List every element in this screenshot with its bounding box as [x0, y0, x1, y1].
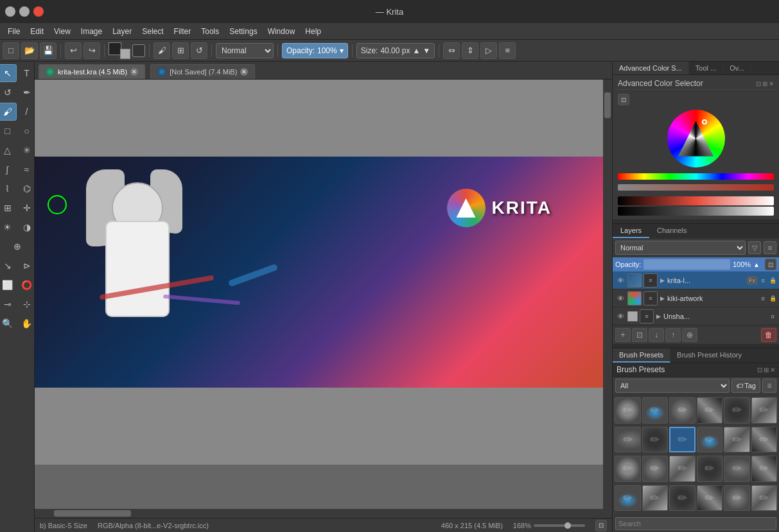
layer-vis-0[interactable]: 👁 — [615, 275, 626, 286]
mirror-h-btn[interactable]: ⇔ — [443, 42, 460, 59]
size-down-icon[interactable]: ▼ — [423, 46, 430, 55]
zoom-tool-btn[interactable]: 🔍 — [0, 314, 17, 332]
color-panel-config-icon[interactable]: ⊡ — [756, 80, 761, 87]
canvas-vscrollbar[interactable] — [603, 80, 612, 518]
brush-preset-bp12[interactable]: ✏ — [751, 427, 778, 453]
menu-select[interactable]: Select — [137, 26, 168, 37]
zoom-value[interactable]: 168% — [513, 522, 531, 529]
move-tool-btn[interactable]: ✛ — [18, 199, 35, 217]
vscroll-thumb[interactable] — [604, 92, 611, 118]
size-up-icon[interactable]: ▲ — [412, 46, 420, 55]
background-color[interactable] — [120, 49, 130, 59]
layer-collapse-2[interactable]: ▶ — [656, 313, 661, 320]
select-arrow-btn[interactable]: ↘ — [0, 257, 17, 275]
color-select-btn[interactable]: ⊸ — [0, 295, 17, 313]
brush-search-input[interactable] — [615, 517, 776, 530]
line-tool-btn[interactable]: / — [18, 103, 35, 121]
brush-tag-btn[interactable]: 🏷 Tag — [731, 379, 760, 393]
tab-overview[interactable]: Ov... — [723, 62, 751, 74]
brush-panel-float-icon[interactable]: ⊞ — [764, 366, 769, 373]
layer-opacity-arrow[interactable]: ▲ — [753, 261, 760, 268]
color-triangle[interactable] — [678, 121, 713, 157]
rect-select-btn[interactable]: ⬜ — [0, 276, 17, 294]
layer-opacity-value[interactable]: 100% — [733, 261, 751, 268]
smart-patch-btn[interactable]: ⌬ — [18, 180, 35, 198]
save-button[interactable]: 💾 — [40, 42, 57, 59]
foreground-square-btn[interactable] — [132, 44, 145, 57]
magnetic-select-btn[interactable]: ⊹ — [18, 295, 35, 313]
color-swatches[interactable] — [109, 42, 130, 59]
menu-image[interactable]: Image — [76, 26, 107, 37]
color-panel-float-icon[interactable]: ⊞ — [762, 80, 767, 87]
ellipse-tool-btn[interactable]: ○ — [18, 122, 35, 140]
color-panel-close-icon[interactable]: ✕ — [769, 80, 774, 87]
brush-view-btn[interactable]: ≡ — [762, 379, 776, 393]
opacity-dropdown-icon[interactable]: ▾ — [340, 46, 344, 55]
zoom-slider[interactable] — [534, 524, 585, 527]
brush-preset-bp10[interactable]: ✏ — [697, 427, 723, 453]
brush-preset-bp20[interactable]: ✏ — [642, 485, 669, 511]
tab-close-2[interactable]: ✕ — [240, 68, 248, 76]
brush-preset-bp18[interactable]: ✏ — [751, 456, 778, 482]
lightness-bar[interactable] — [618, 207, 774, 216]
brush-preset-bp8[interactable]: ✏ — [642, 427, 669, 453]
brush-preset-bp2[interactable]: ✏ — [642, 397, 669, 424]
close-button[interactable] — [33, 6, 44, 17]
open-button[interactable]: 📂 — [21, 42, 38, 59]
crop-tool-btn[interactable]: ⊞ — [0, 199, 17, 217]
brush-panel-config-icon[interactable]: ⊡ — [757, 366, 762, 373]
layer-alpha-1[interactable]: α — [759, 295, 767, 302]
brush-preset-bp9[interactable]: ✏ — [669, 427, 696, 453]
brush-preset-bp1[interactable]: ✏ — [615, 397, 641, 424]
ellipse-select-btn[interactable]: ⭕ — [18, 276, 35, 294]
blend-mode-select[interactable]: Normal — [216, 43, 274, 58]
brush-preset-bp14[interactable]: ✏ — [642, 456, 669, 482]
brush-preset-bp5[interactable]: ✏ — [724, 397, 750, 424]
menu-settings[interactable]: Settings — [224, 26, 262, 37]
extra-btn[interactable]: ≡ — [499, 42, 516, 59]
brush-preset-bp19[interactable]: ✏ — [615, 485, 641, 511]
layer-blend-select[interactable]: Normal — [615, 241, 746, 255]
layer-row-0[interactable]: 👁 ≡ ▶ krita-l... Fx α 🔒 — [613, 271, 779, 289]
layer-vis-1[interactable]: 👁 — [615, 293, 626, 304]
menu-edit[interactable]: Edit — [25, 26, 49, 37]
fill-btn[interactable]: ⊞ — [172, 42, 189, 59]
brush-preset-bp21[interactable]: ✏ — [669, 485, 696, 511]
layer-collapse-0[interactable]: ▶ — [660, 277, 665, 284]
brush-preset-bp24[interactable]: ✏ — [751, 485, 778, 511]
layer-lock-0[interactable]: 🔒 — [769, 277, 776, 284]
layer-move-up-btn[interactable]: ↑ — [665, 328, 681, 342]
redo-button[interactable]: ↪ — [83, 42, 100, 59]
menu-tools[interactable]: Tools — [196, 26, 224, 37]
undo-button[interactable]: ↩ — [65, 42, 82, 59]
size-value[interactable]: 40.00 px — [380, 46, 410, 55]
brush-preset-bp16[interactable]: ✏ — [697, 456, 723, 482]
brush-preset-bp6[interactable]: ✏ — [751, 397, 778, 424]
layer-move-down-btn[interactable]: ↓ — [649, 328, 664, 342]
layer-collapse-1[interactable]: ▶ — [660, 295, 665, 302]
foreground-color[interactable] — [109, 42, 121, 55]
layer-merge-btn[interactable]: ⊕ — [682, 328, 697, 342]
tab-tool[interactable]: Tool ... — [689, 62, 723, 74]
menu-file[interactable]: File — [3, 26, 25, 37]
dynamic-brush-btn[interactable]: ≈ — [18, 160, 35, 178]
sat-slider[interactable] — [618, 184, 774, 191]
brush-preset-bp22[interactable]: ✏ — [697, 485, 723, 511]
gamut-mask-btn[interactable]: ⊡ — [618, 94, 629, 105]
canvas-hscrollbar[interactable] — [35, 509, 603, 518]
text-tool-btn[interactable]: T — [18, 64, 35, 82]
add-layer-btn[interactable]: + — [615, 328, 631, 342]
brush-tool-btn[interactable]: 🖌 — [153, 42, 170, 59]
delete-layer-btn[interactable]: 🗑 — [761, 328, 776, 342]
layer-alpha-2[interactable]: α — [769, 313, 776, 320]
menu-layer[interactable]: Layer — [107, 26, 137, 37]
pan-tool-btn[interactable]: ✋ — [18, 314, 35, 332]
layer-opacity-bar[interactable] — [643, 259, 730, 270]
tab-advanced-color[interactable]: Advanced Color S... — [613, 62, 689, 74]
refresh-btn[interactable]: ↺ — [191, 42, 207, 59]
menu-filter[interactable]: Filter — [169, 26, 197, 37]
layer-vis-2[interactable]: 👁 — [615, 311, 626, 322]
brush-preset-bp17[interactable]: ✏ — [724, 456, 750, 482]
smart-brush-btn[interactable]: ⊕ — [8, 237, 26, 255]
color-bottom-bar[interactable] — [618, 196, 774, 205]
